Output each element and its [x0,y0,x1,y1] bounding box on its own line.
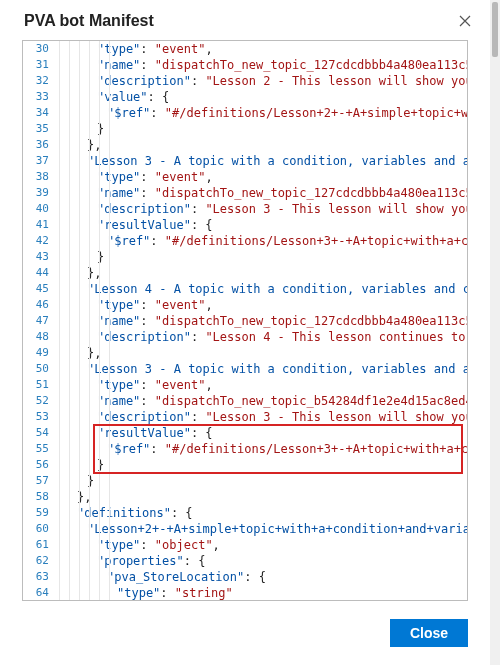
code-text: "name": "dispatchTo_new_topic_127cdcdbbb… [97,313,467,329]
line-number: 37 [23,153,57,169]
code-text: }, [87,345,467,361]
line-number: 47 [23,313,57,329]
line-number: 62 [23,553,57,569]
code-line[interactable]: 50"Lesson 3 - A topic with a condition, … [23,361,467,377]
code-text: "type": "event", [97,297,467,313]
line-number: 40 [23,201,57,217]
code-text: "$ref": "#/definitions/Lesson+3+-+A+topi… [107,441,467,457]
line-number: 39 [23,185,57,201]
code-line[interactable]: 53"description": "Lesson 3 - This lesson… [23,409,467,425]
code-text: "$ref": "#/definitions/Lesson+3+-+A+topi… [107,233,467,249]
code-text: "description": "Lesson 3 - This lesson w… [97,201,467,217]
code-line[interactable]: 36}, [23,137,467,153]
close-icon[interactable] [456,12,474,30]
line-number: 35 [23,121,57,137]
line-number: 43 [23,249,57,265]
code-text: "description": "Lesson 2 - This lesson w… [97,73,467,89]
scrollbar-thumb[interactable] [492,2,498,57]
dialog-header: PVA bot Manifest [0,0,490,40]
code-line[interactable]: 59"definitions": { [23,505,467,521]
code-line[interactable]: 44}, [23,265,467,281]
line-number: 38 [23,169,57,185]
line-number: 49 [23,345,57,361]
line-number: 45 [23,281,57,297]
code-line[interactable]: 60"Lesson+2+-+A+simple+topic+with+a+cond… [23,521,467,537]
line-number: 64 [23,585,57,601]
code-line[interactable]: 63"pva_StoreLocation": { [23,569,467,585]
line-number: 52 [23,393,57,409]
code-line[interactable]: 42"$ref": "#/definitions/Lesson+3+-+A+to… [23,233,467,249]
code-line[interactable]: 30"type": "event", [23,41,467,57]
page-scrollbar[interactable] [490,0,500,665]
code-line[interactable]: 38"type": "event", [23,169,467,185]
line-number: 48 [23,329,57,345]
code-text: "name": "dispatchTo_new_topic_127cdcdbbb… [97,185,467,201]
line-number: 59 [23,505,57,521]
line-number: 61 [23,537,57,553]
line-number: 60 [23,521,57,537]
code-line[interactable]: 52"name": "dispatchTo_new_topic_b54284df… [23,393,467,409]
code-text: "type": "event", [97,41,467,57]
code-text: "description": "Lesson 4 - This lesson c… [97,329,467,345]
code-line[interactable]: 55"$ref": "#/definitions/Lesson+3+-+A+to… [23,441,467,457]
code-line[interactable]: 32"description": "Lesson 2 - This lesson… [23,73,467,89]
code-text: }, [87,137,467,153]
line-number: 31 [23,57,57,73]
code-line[interactable]: 39"name": "dispatchTo_new_topic_127cdcdb… [23,185,467,201]
code-text: }, [87,265,467,281]
code-line[interactable]: 62"properties": { [23,553,467,569]
line-number: 41 [23,217,57,233]
code-text: }, [77,489,467,505]
code-line[interactable]: 37"Lesson 3 - A topic with a condition, … [23,153,467,169]
line-number: 57 [23,473,57,489]
code-text: } [97,457,467,473]
code-line[interactable]: 47"name": "dispatchTo_new_topic_127cdcdb… [23,313,467,329]
close-button[interactable]: Close [390,619,468,647]
code-line[interactable]: 41"resultValue": { [23,217,467,233]
code-text: "Lesson 3 - A topic with a condition, va… [87,361,467,377]
code-text: "Lesson 4 - A topic with a condition, va… [87,281,467,297]
line-number: 51 [23,377,57,393]
code-viewer[interactable]: 30"type": "event",31"name": "dispatchTo_… [22,40,468,601]
code-text: "pva_StoreLocation": { [107,569,467,585]
code-line[interactable]: 51"type": "event", [23,377,467,393]
code-text: "properties": { [97,553,467,569]
code-text: "value": { [97,89,467,105]
code-line[interactable]: 56} [23,457,467,473]
code-text: "type": "string" [117,585,467,601]
code-line[interactable]: 34"$ref": "#/definitions/Lesson+2+-+A+si… [23,105,467,121]
code-line[interactable]: 61"type": "object", [23,537,467,553]
line-number: 54 [23,425,57,441]
code-text: "$ref": "#/definitions/Lesson+2+-+A+simp… [107,105,467,121]
code-line[interactable]: 31"name": "dispatchTo_new_topic_127cdcdb… [23,57,467,73]
line-number: 55 [23,441,57,457]
code-line[interactable]: 46"type": "event", [23,297,467,313]
dialog-footer: Close [0,609,490,665]
code-text: "type": "event", [97,377,467,393]
line-number: 56 [23,457,57,473]
code-line[interactable]: 48"description": "Lesson 4 - This lesson… [23,329,467,345]
code-line[interactable]: 57} [23,473,467,489]
code-line[interactable]: 49}, [23,345,467,361]
line-number: 42 [23,233,57,249]
code-line[interactable]: 40"description": "Lesson 3 - This lesson… [23,201,467,217]
code-text: "name": "dispatchTo_new_topic_127cdcdbbb… [97,57,467,73]
code-text: "definitions": { [77,505,467,521]
dialog-title: PVA bot Manifest [24,12,154,30]
line-number: 50 [23,361,57,377]
code-line[interactable]: 45"Lesson 4 - A topic with a condition, … [23,281,467,297]
code-line[interactable]: 35} [23,121,467,137]
code-line[interactable]: 64"type": "string" [23,585,467,601]
manifest-dialog: PVA bot Manifest 30"type": "event",31"na… [0,0,490,665]
code-text: } [87,473,467,489]
code-line[interactable]: 58}, [23,489,467,505]
line-number: 63 [23,569,57,585]
code-text: "Lesson+2+-+A+simple+topic+with+a+condit… [87,521,467,537]
code-text: "Lesson 3 - A topic with a condition, va… [87,153,467,169]
code-text: "name": "dispatchTo_new_topic_b54284df1e… [97,393,467,409]
code-line[interactable]: 54"resultValue": { [23,425,467,441]
code-line[interactable]: 43} [23,249,467,265]
code-text: } [97,121,467,137]
code-line[interactable]: 33"value": { [23,89,467,105]
code-text: "type": "object", [97,537,467,553]
